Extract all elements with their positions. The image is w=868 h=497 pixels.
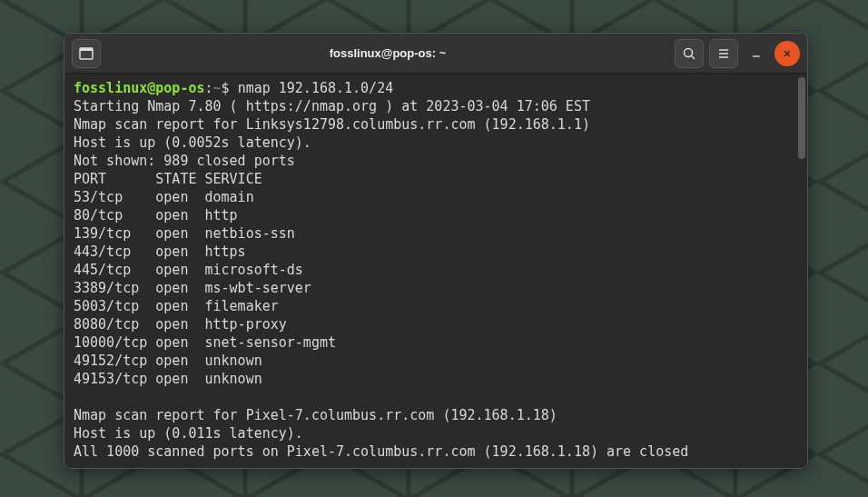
terminal-content[interactable]: fosslinux@pop-os:~$ nmap 192.168.1.0/24 … [64,74,807,468]
output-port-row: 80/tcp open http [74,207,238,224]
terminal-window: fosslinux@pop-os: ~ [64,33,808,469]
minimize-button[interactable] [744,41,769,66]
prompt-path: ~ [213,80,222,96]
titlebar-controls [675,39,800,68]
prompt-user-host: fosslinux@pop-os [74,80,205,96]
output-line: Nmap scan report for Pixel-7.columbus.rr… [74,407,557,423]
search-icon [682,46,696,61]
output-port-header: PORT STATE SERVICE [74,171,262,187]
search-button[interactable] [675,39,704,68]
output-port-row: 10000/tcp open snet-sensor-mgmt [74,334,336,351]
svg-rect-1 [80,48,93,51]
menu-button[interactable] [709,39,738,68]
output-line: Host is up (0.011s latency). [74,425,303,442]
output-line: Nmap scan report for Linksys12798.columb… [74,116,590,133]
output-port-row: 443/tcp open https [74,244,246,260]
terminal-icon [79,46,94,61]
svg-line-3 [692,55,695,59]
close-icon [782,48,793,59]
hamburger-icon [716,46,731,61]
titlebar: fosslinux@pop-os: ~ [64,34,807,74]
output-port-row: 49153/tcp open unknown [74,371,262,387]
output-port-row: 139/tcp open netbios-ssn [74,225,295,242]
output-port-row: 3389/tcp open ms-wbt-server [74,280,311,296]
minimize-icon [751,48,762,59]
command-text: nmap 192.168.1.0/24 [238,80,394,96]
output-line: Starting Nmap 7.80 ( https://nmap.org ) … [74,98,590,114]
close-button[interactable] [774,41,800,66]
output-line: All 1000 scanned ports on Pixel-7.columb… [74,443,688,460]
window-title: fosslinux@pop-os: ~ [101,46,675,60]
output-port-row: 49152/tcp open unknown [74,353,262,369]
output-line: Host is up (0.0052s latency). [74,134,311,151]
output-port-row: 53/tcp open domain [74,189,254,205]
output-port-row: 8080/tcp open http-proxy [74,316,287,333]
new-tab-button[interactable] [72,39,101,68]
output-line: Not shown: 989 closed ports [74,153,295,169]
output-port-row: 445/tcp open microsoft-ds [74,262,303,278]
output-port-row: 5003/tcp open filemaker [74,298,279,314]
scrollbar-thumb[interactable] [798,77,805,159]
prompt-separator: : [205,80,213,96]
prompt-symbol: $ [222,80,238,96]
svg-point-2 [685,48,693,56]
